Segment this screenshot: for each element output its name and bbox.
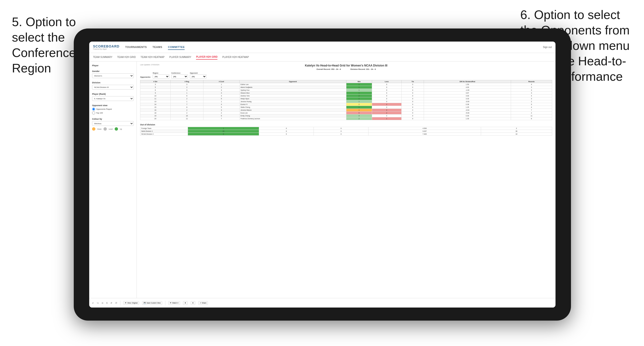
cell-diff: -3.00	[424, 100, 511, 103]
ood-diff: 7.400	[368, 133, 481, 136]
colour-up	[115, 127, 118, 131]
copy-icon[interactable]: ⎘	[106, 302, 108, 304]
data-table: # Div # Reg # Conf Opponent Win Loss Tie…	[140, 80, 552, 120]
sidebar-player-rank-label: Player (Rank)	[92, 93, 134, 95]
filter-conference-select[interactable]: (All)	[171, 74, 188, 79]
save-custom-view-btn[interactable]: 💾 Save Custom View	[142, 301, 162, 305]
col-conf: # Conf	[204, 80, 240, 83]
nav-sign-out[interactable]: Sign out	[543, 46, 552, 48]
cell-opponent: Federica Domecq Lacroze	[240, 117, 346, 120]
cell-reg: 10	[170, 115, 203, 117]
nav-committee[interactable]: COMMITTEE	[168, 45, 185, 50]
cell-rounds: 3	[511, 89, 552, 92]
sidebar-radio-opponents[interactable]: Opponents Played	[92, 108, 134, 111]
cell-diff: 1.33	[424, 117, 511, 120]
ood-tie: 0	[314, 133, 368, 136]
col-win: Win	[346, 80, 372, 83]
ood-row: NCAA Division 2 5 0 0 7.400 10	[140, 133, 552, 136]
watch-btn[interactable]: 👁 Watch ▾	[168, 301, 180, 305]
filter-region-label: Region	[153, 72, 170, 74]
cell-reg: 3	[170, 83, 203, 86]
table-area: Last Updated: 27/03/2024 Katelyn Vo Head…	[137, 61, 556, 298]
watch-icon: 👁	[170, 302, 172, 304]
main-content: Player Gender Women's Division NCAA Divi…	[89, 61, 556, 298]
cell-win: 0	[346, 112, 372, 115]
save-icon: 💾	[144, 302, 146, 304]
ood-win: 5	[188, 133, 259, 136]
cell-diff: 1.25	[424, 106, 511, 109]
table-row: 6 3 3 Sydney Kuo 1 0 0 -1.00 3	[140, 89, 552, 92]
table-header-row: Last Updated: 27/03/2024 Katelyn Vo Head…	[140, 64, 552, 67]
cell-opponent: Euna Lee	[240, 112, 346, 115]
cell-reg: 1	[170, 100, 203, 103]
cell-conf: 1	[204, 83, 240, 86]
sidebar-opponent-view-label: Opponent view	[92, 104, 134, 107]
cell-loss: 0	[372, 97, 402, 100]
cell-tie: 0	[402, 112, 424, 115]
redo-icon[interactable]: ↪	[97, 302, 99, 304]
cell-opponent: Emily Chang	[240, 115, 346, 117]
clock-icon[interactable]: ⏱	[115, 302, 117, 304]
ood-tie: 0	[314, 127, 368, 130]
cell-opponent: Sharon Mun	[240, 92, 346, 95]
subnav-player-h2h-grid[interactable]: PLAYER H2H GRID	[196, 55, 218, 60]
cell-win: 1	[346, 92, 372, 95]
undo-icon[interactable]: ↩	[92, 302, 94, 304]
cell-conf: 2	[204, 112, 240, 115]
nav-tournaments[interactable]: TOURNAMENTS	[125, 45, 147, 50]
cell-loss: 0	[372, 83, 402, 86]
subnav-player-h2h-heatmap[interactable]: PLAYER H2H HEATMAP	[222, 55, 249, 59]
cell-div: 18	[140, 112, 170, 115]
upload-btn[interactable]: ⬆	[183, 301, 188, 305]
cell-reg: 2	[170, 109, 203, 112]
cell-win: 2	[346, 117, 372, 120]
ood-loss: 0	[259, 133, 314, 136]
opponents-label: Opponents:	[140, 76, 151, 78]
table-row: 3 3 1 Esther Lee 1 0 0 1.50 4	[140, 83, 552, 86]
filter-opponent-select[interactable]: (All)	[190, 74, 206, 79]
refresh-icon[interactable]: ↺	[110, 302, 112, 304]
sidebar-gender-select[interactable]: Women's	[92, 73, 134, 78]
cell-div: 5	[140, 86, 170, 89]
out-of-division-title: Out of division	[140, 124, 552, 126]
sidebar-division-section: Division NCAA Division III	[92, 81, 134, 90]
cell-opponent: Alexis Sudjianto	[240, 86, 346, 89]
sidebar-radio-top100[interactable]: Top 100	[92, 111, 134, 115]
subnav-player-summary[interactable]: PLAYER SUMMARY	[170, 55, 191, 59]
col-loss: Loss	[372, 80, 402, 83]
filter-region-select[interactable]: (All)	[153, 74, 170, 79]
cell-rounds: 2	[511, 112, 552, 115]
share-btn[interactable]: ↗ Share	[198, 301, 208, 305]
table-row: 19 10 6 Emily Chang 4 0 0 0.30 11	[140, 115, 552, 117]
cell-tie: 0	[402, 106, 424, 109]
subnav-team-h2h-grid[interactable]: TEAM H2H GRID	[117, 55, 136, 59]
target-icon[interactable]: ⊙	[102, 302, 104, 304]
cell-diff: -0.94	[424, 109, 511, 112]
cell-opponent: Esther Lee	[240, 83, 346, 86]
cell-conf: 3	[204, 95, 240, 97]
cell-win: 1	[346, 106, 372, 109]
cell-rounds: 2	[511, 100, 552, 103]
sidebar-player-rank-select[interactable]: 6. Katelyn Vo	[92, 96, 134, 101]
colour-up-label: Up	[120, 128, 122, 130]
col-opponent: Opponent	[240, 80, 346, 83]
cell-tie: 0	[402, 95, 424, 97]
nav-teams[interactable]: TEAMS	[152, 45, 162, 50]
subnav-team-h2h-heatmap[interactable]: TEAM H2H HEATMAP	[140, 55, 165, 59]
table-row: 20 11 7 Federica Domecq Lacroze 2 1 0 1.…	[140, 117, 552, 120]
sidebar-colour-select[interactable]: Win/loss	[92, 121, 134, 126]
table-row: 13 1 1 Jessica Huang 1 0 0 -3.00 2	[140, 100, 552, 103]
cell-loss: 0	[372, 89, 402, 92]
sidebar-division-select[interactable]: NCAA Division III	[92, 85, 134, 90]
cell-diff: 3.33	[424, 97, 511, 100]
cell-reg: 3	[170, 89, 203, 92]
subnav-team-summary[interactable]: TEAM SUMMARY	[93, 55, 112, 59]
download-btn[interactable]: ⬇	[190, 301, 195, 305]
sub-nav: TEAM SUMMARY TEAM H2H GRID TEAM H2H HEAT…	[89, 53, 556, 61]
view-original-btn[interactable]: 👁 View: Original	[123, 301, 139, 305]
cell-rounds: 3	[511, 92, 552, 95]
cell-rounds: 4	[511, 83, 552, 86]
cell-win: 1	[346, 89, 372, 92]
filter-opponent-group: Opponent (All)	[190, 72, 206, 79]
filter-region-group: Region (All)	[153, 72, 170, 79]
